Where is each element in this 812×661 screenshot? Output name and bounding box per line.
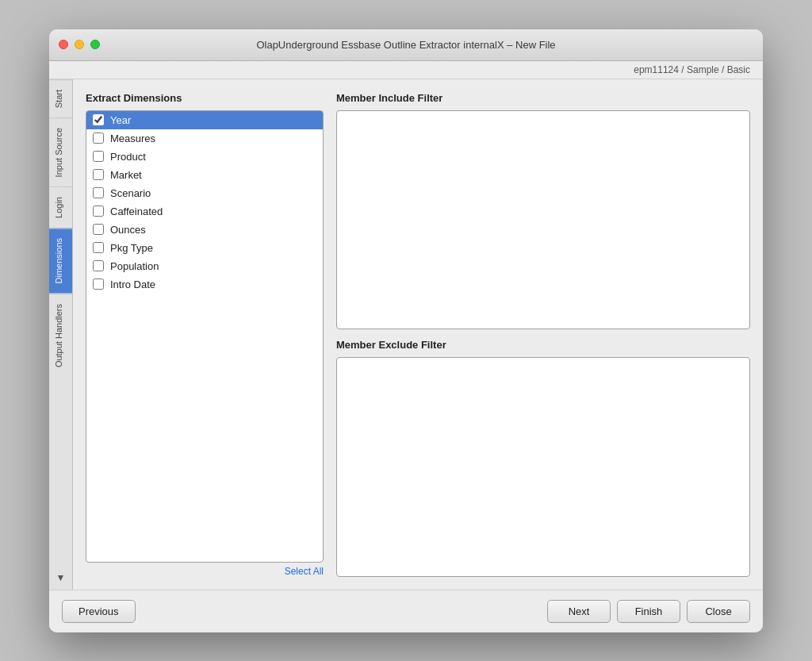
dimensions-panel: Extract Dimensions Year Measures Pro <box>86 92 324 577</box>
panels-row: Extract Dimensions Year Measures Pro <box>86 92 750 577</box>
dim-item-ounces[interactable]: Ounces <box>86 221 323 239</box>
content-area: Extract Dimensions Year Measures Pro <box>73 79 763 590</box>
sidebar-item-dimensions[interactable]: Dimensions <box>49 228 72 293</box>
previous-button[interactable]: Previous <box>62 600 136 623</box>
dim-checkbox-caffeinated[interactable] <box>93 206 104 217</box>
dim-checkbox-pkg-type[interactable] <box>93 242 104 253</box>
dimensions-panel-title: Extract Dimensions <box>86 92 324 104</box>
dim-label-ounces: Ounces <box>110 224 146 236</box>
dim-label-population: Population <box>110 260 159 272</box>
dim-checkbox-product[interactable] <box>93 151 104 162</box>
footer-right: Next Finish Close <box>547 600 750 623</box>
minimize-button[interactable] <box>75 40 84 49</box>
sidebar-item-input-source[interactable]: Input Source <box>49 117 72 186</box>
sidebar-item-start[interactable]: Start <box>49 79 72 117</box>
dim-checkbox-intro-date[interactable] <box>93 279 104 290</box>
close-button[interactable] <box>59 40 68 49</box>
dim-checkbox-market[interactable] <box>93 169 104 180</box>
traffic-lights <box>59 40 100 49</box>
select-all-anchor[interactable]: Select All <box>285 566 324 577</box>
dim-checkbox-measures[interactable] <box>93 133 104 144</box>
dim-item-caffeinated[interactable]: Caffeinated <box>86 202 323 221</box>
dim-item-pkg-type[interactable]: Pkg Type <box>86 239 323 257</box>
main-window: OlapUnderground Essbase Outline Extracto… <box>49 29 763 632</box>
exclude-filter-section: Member Exclude Filter <box>336 339 750 577</box>
dim-label-scenario: Scenario <box>110 187 151 199</box>
include-filter-title: Member Include Filter <box>336 92 750 104</box>
dim-item-scenario[interactable]: Scenario <box>86 184 323 202</box>
sidebar: Start Input Source Login Dimensions Outp… <box>49 79 73 590</box>
exclude-filter-title: Member Exclude Filter <box>336 339 750 351</box>
dim-item-year[interactable]: Year <box>86 111 323 129</box>
title-bar: OlapUnderground Essbase Outline Extracto… <box>49 29 763 61</box>
subtitle-bar: epm11124 / Sample / Basic <box>49 61 763 79</box>
dim-item-measures[interactable]: Measures <box>86 129 323 148</box>
dim-label-pkg-type: Pkg Type <box>110 242 153 254</box>
sidebar-item-login[interactable]: Login <box>49 186 72 228</box>
next-button[interactable]: Next <box>547 600 611 623</box>
dim-item-market[interactable]: Market <box>86 166 323 184</box>
select-all-link: Select All <box>86 566 324 577</box>
dim-label-year: Year <box>110 114 131 126</box>
sidebar-item-output-handlers[interactable]: Output Handlers <box>49 294 72 377</box>
main-content: Start Input Source Login Dimensions Outp… <box>49 79 763 590</box>
right-panel: Member Include Filter Member Exclude Fil… <box>336 92 750 577</box>
sidebar-down-arrow[interactable]: ▼ <box>56 566 66 590</box>
footer: Previous Next Finish Close <box>49 590 763 632</box>
dim-checkbox-scenario[interactable] <box>93 187 104 198</box>
dim-checkbox-population[interactable] <box>93 260 104 271</box>
include-filter-box[interactable] <box>336 110 750 330</box>
dim-label-caffeinated: Caffeinated <box>110 206 163 217</box>
finish-button[interactable]: Finish <box>617 600 680 623</box>
close-button-footer[interactable]: Close <box>687 600 750 623</box>
dim-label-measures: Measures <box>110 133 155 144</box>
dim-item-population[interactable]: Population <box>86 257 323 275</box>
include-filter-section: Member Include Filter <box>336 92 750 330</box>
footer-left: Previous <box>62 600 136 623</box>
dim-item-product[interactable]: Product <box>86 148 323 166</box>
dimensions-list: Year Measures Product Market <box>86 110 324 563</box>
dim-item-intro-date[interactable]: Intro Date <box>86 275 323 294</box>
exclude-filter-box[interactable] <box>336 357 750 577</box>
dim-checkbox-ounces[interactable] <box>93 224 104 235</box>
maximize-button[interactable] <box>90 40 100 49</box>
window-title: OlapUnderground Essbase Outline Extracto… <box>256 39 555 51</box>
dim-label-market: Market <box>110 169 142 181</box>
dim-checkbox-year[interactable] <box>93 114 104 125</box>
dim-label-intro-date: Intro Date <box>110 279 155 290</box>
dim-label-product: Product <box>110 151 146 163</box>
subtitle-text: epm11124 / Sample / Basic <box>634 64 750 75</box>
